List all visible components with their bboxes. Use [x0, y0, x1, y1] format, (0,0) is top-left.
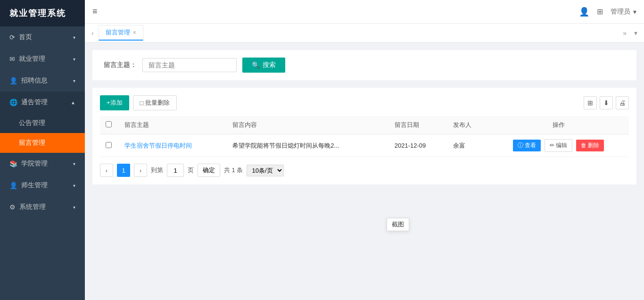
current-page-button[interactable]: 1 [117, 164, 130, 177]
col-header-subject: 留言主题 [119, 116, 227, 134]
grid-view-button[interactable]: ⊞ [584, 96, 597, 109]
sidebar-sub-item-message[interactable]: 留言管理 [0, 133, 85, 153]
tab-more-button[interactable]: ▾ [631, 29, 640, 37]
batch-delete-label: 批量删除 [145, 99, 170, 107]
table-header-row: 留言主题 留言内容 留言日期 发布人 操作 [100, 116, 629, 134]
home-arrow-icon: ▾ [73, 35, 75, 40]
user-dropdown-icon: ▾ [633, 8, 636, 16]
tab-bar: ‹ 留言管理 × » ▾ [85, 24, 644, 42]
edit-button[interactable]: ✏ 编辑 [545, 139, 572, 152]
download-button[interactable]: ⬇ [600, 96, 613, 109]
tooltip-label: 截图 [392, 221, 404, 228]
goto-page-input[interactable] [167, 164, 184, 177]
menu-toggle-button[interactable]: ≡ [92, 7, 98, 17]
edit-icon: ✏ [550, 142, 554, 149]
system-arrow-icon: ▾ [73, 205, 75, 210]
sidebar-item-employment-label: 就业管理 [19, 55, 45, 63]
user-name-label: 管理员 [611, 8, 630, 16]
sidebar: 就业管理系统 ⟳ 首页 ▾ ✉ 就业管理 ▾ 👤 招聘信息 ▾ 🌐 通告管理 ▲… [0, 0, 85, 300]
tab-message-management[interactable]: 留言管理 × [99, 25, 143, 41]
employment-arrow-icon: ▾ [73, 57, 75, 62]
notice-arrow-icon: ▲ [71, 100, 75, 105]
row-author: 余富 [447, 134, 488, 157]
app-logo: 就业管理系统 [0, 0, 85, 26]
sidebar-item-recruitment-label: 招聘信息 [21, 76, 48, 85]
top-header: ≡ 👤 ⊞ 管理员 ▾ [85, 0, 644, 24]
notice-icon: 🌐 [9, 99, 17, 106]
search-button[interactable]: 🔍 搜索 [242, 58, 285, 73]
sidebar-item-home[interactable]: ⟳ 首页 ▾ [0, 26, 85, 48]
user-info[interactable]: 管理员 ▾ [611, 8, 636, 16]
row-checkbox-cell [100, 134, 119, 157]
screenshot-tooltip: 截图 [387, 218, 409, 231]
pagination: ‹ 1 › 到第 页 确定 共 1 条 10条/页 20条/页 50条/页 [100, 164, 629, 177]
sidebar-item-teacher-label: 师生管理 [21, 181, 48, 190]
print-button[interactable]: 🖨 [616, 96, 629, 109]
page-size-select[interactable]: 10条/页 20条/页 50条/页 [247, 165, 284, 176]
select-all-checkbox[interactable] [106, 121, 112, 127]
recruitment-icon: 👤 [9, 77, 17, 84]
search-button-label: 搜索 [263, 61, 276, 69]
system-icon: ⚙ [9, 203, 16, 211]
batch-delete-icon: □ [140, 100, 144, 107]
goto-confirm-button[interactable]: 确定 [198, 164, 220, 177]
prev-page-button[interactable]: ‹ [100, 164, 113, 177]
goto-label: 到第 [151, 166, 163, 175]
sidebar-item-home-label: 首页 [19, 33, 32, 42]
row-checkbox[interactable] [106, 142, 112, 148]
total-label: 共 1 条 [224, 166, 243, 175]
table-area: +添加 □ 批量删除 ⊞ ⬇ 🖨 [92, 88, 636, 184]
sidebar-item-recruitment[interactable]: 👤 招聘信息 ▾ [0, 70, 85, 92]
tab-nav-left-button[interactable]: ‹ [89, 29, 97, 37]
search-bar: 留言主题： 🔍 搜索 [92, 50, 636, 80]
recruitment-arrow-icon: ▾ [73, 78, 75, 83]
teacher-arrow-icon: ▾ [73, 183, 75, 188]
col-header-date: 留言日期 [389, 116, 447, 134]
delete-icon: 🗑 [581, 142, 586, 149]
download-icon: ⬇ [603, 99, 609, 107]
col-header-content: 留言内容 [227, 116, 388, 134]
next-page-button[interactable]: › [134, 164, 147, 177]
col-header-author: 发布人 [447, 116, 488, 134]
tab-close-button[interactable]: × [133, 29, 136, 36]
sidebar-item-employment[interactable]: ✉ 就业管理 ▾ [0, 48, 85, 70]
sidebar-item-academy[interactable]: 📚 学院管理 ▾ [0, 153, 85, 175]
sidebar-item-notice-label: 通告管理 [21, 98, 48, 107]
tab-message-label: 留言管理 [106, 28, 130, 37]
sidebar-sub-item-message-label: 留言管理 [19, 139, 45, 146]
content-area: 留言主题： 🔍 搜索 +添加 □ 批量删除 ⊞ [85, 42, 644, 300]
page-label: 页 [188, 166, 194, 175]
header-checkbox-cell [100, 116, 119, 134]
col-header-actions: 操作 [488, 116, 629, 134]
teacher-icon: 👤 [9, 182, 17, 189]
sidebar-sub-item-announcement-label: 公告管理 [19, 119, 45, 126]
table-toolbar: +添加 □ 批量删除 ⊞ ⬇ 🖨 [100, 95, 629, 110]
tab-nav-right-button[interactable]: » [620, 29, 629, 37]
delete-button[interactable]: 🗑 删除 [576, 140, 604, 151]
search-input[interactable] [142, 58, 237, 72]
row-actions: ⓘ 查看 ✏ 编辑 🗑 删除 [488, 134, 629, 157]
sidebar-item-system-label: 系统管理 [19, 203, 46, 211]
home-icon: ⟳ [9, 33, 15, 41]
sidebar-item-teacher[interactable]: 👤 师生管理 ▾ [0, 175, 85, 196]
search-icon: 🔍 [252, 61, 260, 69]
academy-arrow-icon: ▾ [73, 161, 75, 167]
row-content: 希望学院能将节假日熄灯时间从每晚2... [227, 134, 388, 157]
sidebar-item-academy-label: 学院管理 [21, 159, 48, 168]
add-button[interactable]: +添加 [100, 95, 129, 110]
sidebar-item-notice[interactable]: 🌐 通告管理 ▲ [0, 92, 85, 113]
print-icon: 🖨 [619, 99, 626, 107]
settings-icon[interactable]: ⊞ [597, 7, 603, 16]
grid-icon: ⊞ [587, 99, 593, 107]
batch-delete-button[interactable]: □ 批量删除 [133, 95, 177, 110]
sidebar-item-system[interactable]: ⚙ 系统管理 ▾ [0, 196, 85, 218]
search-label: 留言主题： [104, 61, 137, 69]
academy-icon: 📚 [9, 160, 17, 167]
table-row: 学生宿舍节假日停电时间 希望学院能将节假日熄灯时间从每晚2... 2021-12… [100, 134, 629, 157]
main-area: ≡ 👤 ⊞ 管理员 ▾ ‹ 留言管理 × » ▾ 留言主题： [85, 0, 644, 300]
row-subject: 学生宿舍节假日停电时间 [119, 134, 227, 157]
row-date: 2021-12-09 [389, 134, 447, 157]
sidebar-sub-item-announcement[interactable]: 公告管理 [0, 113, 85, 133]
view-button[interactable]: ⓘ 查看 [513, 140, 541, 151]
data-table: 留言主题 留言内容 留言日期 发布人 操作 学生宿舍节假日停电时间 希望学院能将… [100, 116, 629, 157]
